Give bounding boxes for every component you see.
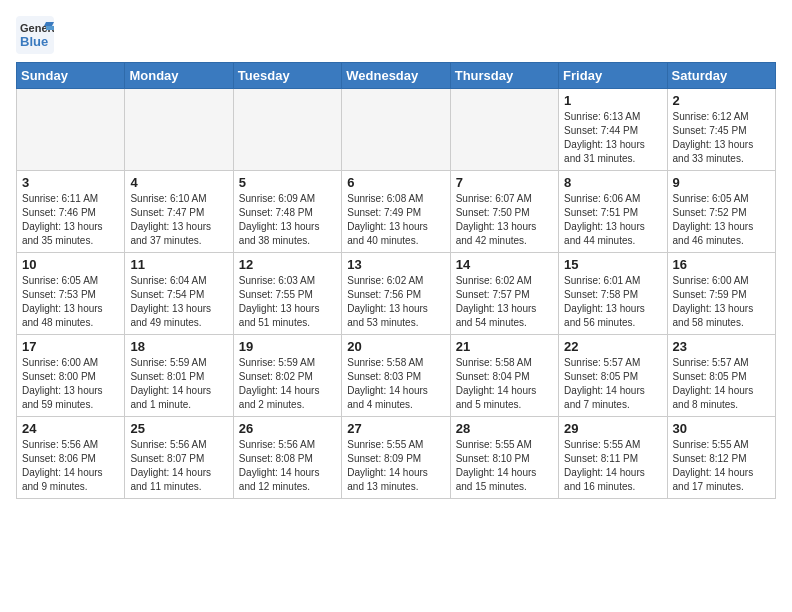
calendar-cell: 5Sunrise: 6:09 AMSunset: 7:48 PMDaylight…	[233, 171, 341, 253]
day-number: 28	[456, 421, 553, 436]
day-number: 19	[239, 339, 336, 354]
calendar-cell: 2Sunrise: 6:12 AMSunset: 7:45 PMDaylight…	[667, 89, 775, 171]
cell-info: Sunrise: 6:06 AMSunset: 7:51 PMDaylight:…	[564, 192, 661, 248]
cell-info: Sunrise: 5:56 AMSunset: 8:06 PMDaylight:…	[22, 438, 119, 494]
cell-info: Sunrise: 5:58 AMSunset: 8:03 PMDaylight:…	[347, 356, 444, 412]
calendar-week-row: 3Sunrise: 6:11 AMSunset: 7:46 PMDaylight…	[17, 171, 776, 253]
calendar-day-header: Thursday	[450, 63, 558, 89]
calendar-cell: 18Sunrise: 5:59 AMSunset: 8:01 PMDayligh…	[125, 335, 233, 417]
cell-info: Sunrise: 6:02 AMSunset: 7:57 PMDaylight:…	[456, 274, 553, 330]
day-number: 30	[673, 421, 770, 436]
cell-info: Sunrise: 6:13 AMSunset: 7:44 PMDaylight:…	[564, 110, 661, 166]
day-number: 2	[673, 93, 770, 108]
calendar-cell: 26Sunrise: 5:56 AMSunset: 8:08 PMDayligh…	[233, 417, 341, 499]
calendar-day-header: Friday	[559, 63, 667, 89]
day-number: 7	[456, 175, 553, 190]
calendar-cell: 3Sunrise: 6:11 AMSunset: 7:46 PMDaylight…	[17, 171, 125, 253]
calendar-day-header: Sunday	[17, 63, 125, 89]
svg-text:Blue: Blue	[20, 34, 48, 49]
calendar-cell: 25Sunrise: 5:56 AMSunset: 8:07 PMDayligh…	[125, 417, 233, 499]
day-number: 22	[564, 339, 661, 354]
day-number: 14	[456, 257, 553, 272]
calendar-day-header: Wednesday	[342, 63, 450, 89]
cell-info: Sunrise: 6:12 AMSunset: 7:45 PMDaylight:…	[673, 110, 770, 166]
calendar-cell: 12Sunrise: 6:03 AMSunset: 7:55 PMDayligh…	[233, 253, 341, 335]
cell-info: Sunrise: 5:57 AMSunset: 8:05 PMDaylight:…	[673, 356, 770, 412]
cell-info: Sunrise: 5:59 AMSunset: 8:02 PMDaylight:…	[239, 356, 336, 412]
calendar-day-header: Saturday	[667, 63, 775, 89]
cell-info: Sunrise: 6:00 AMSunset: 7:59 PMDaylight:…	[673, 274, 770, 330]
calendar-cell: 16Sunrise: 6:00 AMSunset: 7:59 PMDayligh…	[667, 253, 775, 335]
cell-info: Sunrise: 6:09 AMSunset: 7:48 PMDaylight:…	[239, 192, 336, 248]
cell-info: Sunrise: 5:56 AMSunset: 8:08 PMDaylight:…	[239, 438, 336, 494]
calendar-cell: 13Sunrise: 6:02 AMSunset: 7:56 PMDayligh…	[342, 253, 450, 335]
day-number: 11	[130, 257, 227, 272]
cell-info: Sunrise: 5:58 AMSunset: 8:04 PMDaylight:…	[456, 356, 553, 412]
day-number: 6	[347, 175, 444, 190]
day-number: 15	[564, 257, 661, 272]
calendar-week-row: 24Sunrise: 5:56 AMSunset: 8:06 PMDayligh…	[17, 417, 776, 499]
calendar-cell	[450, 89, 558, 171]
cell-info: Sunrise: 6:07 AMSunset: 7:50 PMDaylight:…	[456, 192, 553, 248]
calendar-cell: 23Sunrise: 5:57 AMSunset: 8:05 PMDayligh…	[667, 335, 775, 417]
day-number: 24	[22, 421, 119, 436]
svg-marker-4	[46, 26, 54, 30]
calendar-body: 1Sunrise: 6:13 AMSunset: 7:44 PMDaylight…	[17, 89, 776, 499]
calendar-cell: 7Sunrise: 6:07 AMSunset: 7:50 PMDaylight…	[450, 171, 558, 253]
logo: General Blue	[16, 16, 54, 54]
calendar-cell	[125, 89, 233, 171]
cell-info: Sunrise: 5:56 AMSunset: 8:07 PMDaylight:…	[130, 438, 227, 494]
cell-info: Sunrise: 6:08 AMSunset: 7:49 PMDaylight:…	[347, 192, 444, 248]
calendar-cell	[233, 89, 341, 171]
cell-info: Sunrise: 5:55 AMSunset: 8:12 PMDaylight:…	[673, 438, 770, 494]
day-number: 26	[239, 421, 336, 436]
cell-info: Sunrise: 6:04 AMSunset: 7:54 PMDaylight:…	[130, 274, 227, 330]
day-number: 13	[347, 257, 444, 272]
day-number: 27	[347, 421, 444, 436]
cell-info: Sunrise: 6:05 AMSunset: 7:52 PMDaylight:…	[673, 192, 770, 248]
cell-info: Sunrise: 5:55 AMSunset: 8:09 PMDaylight:…	[347, 438, 444, 494]
calendar-cell: 28Sunrise: 5:55 AMSunset: 8:10 PMDayligh…	[450, 417, 558, 499]
cell-info: Sunrise: 5:55 AMSunset: 8:11 PMDaylight:…	[564, 438, 661, 494]
day-number: 18	[130, 339, 227, 354]
calendar-cell: 19Sunrise: 5:59 AMSunset: 8:02 PMDayligh…	[233, 335, 341, 417]
day-number: 5	[239, 175, 336, 190]
day-number: 3	[22, 175, 119, 190]
header: General Blue	[16, 16, 776, 54]
calendar-cell: 9Sunrise: 6:05 AMSunset: 7:52 PMDaylight…	[667, 171, 775, 253]
calendar-week-row: 1Sunrise: 6:13 AMSunset: 7:44 PMDaylight…	[17, 89, 776, 171]
cell-info: Sunrise: 6:03 AMSunset: 7:55 PMDaylight:…	[239, 274, 336, 330]
calendar-cell: 29Sunrise: 5:55 AMSunset: 8:11 PMDayligh…	[559, 417, 667, 499]
logo-icon: General Blue	[16, 16, 54, 54]
calendar-cell: 15Sunrise: 6:01 AMSunset: 7:58 PMDayligh…	[559, 253, 667, 335]
calendar-cell: 21Sunrise: 5:58 AMSunset: 8:04 PMDayligh…	[450, 335, 558, 417]
calendar-cell: 10Sunrise: 6:05 AMSunset: 7:53 PMDayligh…	[17, 253, 125, 335]
cell-info: Sunrise: 5:57 AMSunset: 8:05 PMDaylight:…	[564, 356, 661, 412]
cell-info: Sunrise: 5:55 AMSunset: 8:10 PMDaylight:…	[456, 438, 553, 494]
day-number: 23	[673, 339, 770, 354]
day-number: 1	[564, 93, 661, 108]
cell-info: Sunrise: 6:00 AMSunset: 8:00 PMDaylight:…	[22, 356, 119, 412]
calendar-week-row: 10Sunrise: 6:05 AMSunset: 7:53 PMDayligh…	[17, 253, 776, 335]
cell-info: Sunrise: 6:02 AMSunset: 7:56 PMDaylight:…	[347, 274, 444, 330]
calendar-day-header: Monday	[125, 63, 233, 89]
calendar-cell	[17, 89, 125, 171]
calendar-cell: 22Sunrise: 5:57 AMSunset: 8:05 PMDayligh…	[559, 335, 667, 417]
calendar-day-header: Tuesday	[233, 63, 341, 89]
cell-info: Sunrise: 6:10 AMSunset: 7:47 PMDaylight:…	[130, 192, 227, 248]
day-number: 16	[673, 257, 770, 272]
day-number: 29	[564, 421, 661, 436]
calendar-table: SundayMondayTuesdayWednesdayThursdayFrid…	[16, 62, 776, 499]
calendar-cell: 8Sunrise: 6:06 AMSunset: 7:51 PMDaylight…	[559, 171, 667, 253]
calendar-cell: 4Sunrise: 6:10 AMSunset: 7:47 PMDaylight…	[125, 171, 233, 253]
day-number: 8	[564, 175, 661, 190]
calendar-header-row: SundayMondayTuesdayWednesdayThursdayFrid…	[17, 63, 776, 89]
cell-info: Sunrise: 6:11 AMSunset: 7:46 PMDaylight:…	[22, 192, 119, 248]
day-number: 17	[22, 339, 119, 354]
day-number: 10	[22, 257, 119, 272]
calendar-cell: 14Sunrise: 6:02 AMSunset: 7:57 PMDayligh…	[450, 253, 558, 335]
calendar-cell: 24Sunrise: 5:56 AMSunset: 8:06 PMDayligh…	[17, 417, 125, 499]
day-number: 20	[347, 339, 444, 354]
cell-info: Sunrise: 6:01 AMSunset: 7:58 PMDaylight:…	[564, 274, 661, 330]
calendar-cell: 30Sunrise: 5:55 AMSunset: 8:12 PMDayligh…	[667, 417, 775, 499]
